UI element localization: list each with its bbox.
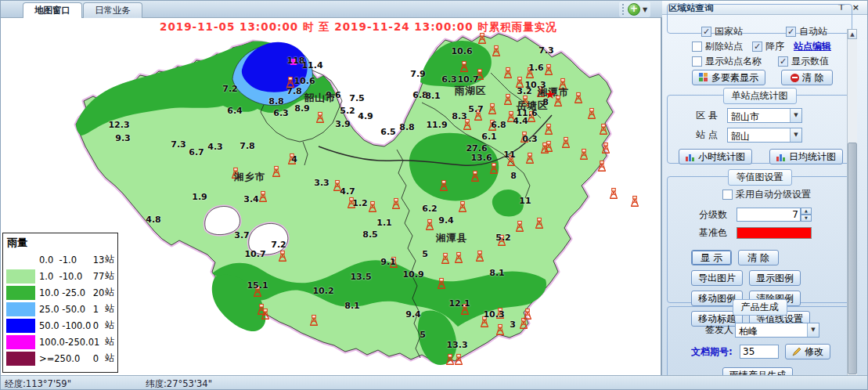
- checkbox-icon: ✓: [701, 27, 711, 37]
- contour-button-3[interactable]: 显示图例: [749, 270, 801, 286]
- legend-swatch: [6, 302, 35, 316]
- legend-unit: 站: [105, 335, 114, 348]
- legend-unit: 站: [105, 253, 114, 266]
- checkbox-label: 显示站点名称: [705, 55, 762, 68]
- issuer-dropdown[interactable]: 柏峰 ▼: [735, 323, 819, 338]
- legend-unit: 站: [105, 269, 114, 283]
- station-dropdown[interactable]: 韶山 ▼: [727, 128, 802, 143]
- county-dropdown[interactable]: 韶山市 ▼: [727, 108, 802, 123]
- checkbox-descending[interactable]: ✓降序: [752, 40, 784, 53]
- legend-swatch: [6, 286, 35, 300]
- checkbox-icon: ✓: [752, 42, 762, 52]
- legend-rows: 0.0 -1.013站1.0 -10.077站10.0 -25.020站25.0…: [6, 251, 114, 367]
- chevron-down-icon[interactable]: ▼: [807, 323, 819, 337]
- pencil-icon: [792, 347, 801, 356]
- doc-number-input[interactable]: [740, 345, 779, 359]
- legend-row: 10.0 -25.020站: [6, 284, 114, 301]
- map-title: 2019-11-05 13:00:00 时 至 2019-11-24 13:00…: [160, 20, 557, 34]
- base-color-label: 基准色: [699, 226, 737, 240]
- status-bar: 经度:113°7'59" 纬度:27°53'34": [1, 375, 868, 390]
- multi-element-display-button[interactable]: 多要素显示: [692, 70, 765, 85]
- legend-swatch: [6, 319, 35, 333]
- legend-row: 50.0 -100.00站: [6, 317, 114, 334]
- legend-unit: 站: [105, 352, 114, 365]
- legend-swatch: [6, 335, 35, 349]
- checkbox-icon: ✓: [786, 27, 796, 37]
- latitude-readout: 纬度:27°53'34": [146, 378, 212, 390]
- generate-rain-product-button[interactable]: 雨情产品生成: [722, 367, 793, 375]
- group-title: 单站点统计图: [723, 88, 797, 104]
- tab-map-window[interactable]: 地图窗口: [23, 2, 82, 18]
- tab-daily-business[interactable]: 日常业务: [83, 2, 142, 18]
- contour-button-2[interactable]: 导出图片: [691, 270, 743, 286]
- button-label: 日均统计图: [789, 150, 836, 164]
- chevron-down-icon[interactable]: ▼: [790, 109, 801, 122]
- checkbox-auto-station[interactable]: ✓自动站: [786, 25, 827, 38]
- panel-scrollbar[interactable]: ▲ ▼: [847, 29, 857, 375]
- legend-count: 0: [93, 320, 105, 331]
- checkbox-label: 采用自动分级设置: [736, 188, 811, 201]
- daily-chart-button[interactable]: 日均统计图: [769, 149, 843, 164]
- button-label: 小时统计图: [698, 150, 745, 164]
- chevron-down-icon[interactable]: ▼: [643, 6, 647, 13]
- checkbox-show-station-name[interactable]: ✓显示站点名称: [692, 55, 762, 68]
- map-area[interactable]: 2019-11-05 13:00:00 时 至 2019-11-24 13:00…: [1, 18, 662, 375]
- group-contour-settings: 等值图设置 ✓采用自动分级设置 分级数 ▲▼ 基准色 显 示清 除导出图片显示图…: [667, 176, 852, 303]
- chevron-down-icon[interactable]: ▼: [790, 128, 801, 142]
- button-label: 多要素显示: [711, 71, 758, 85]
- longitude-readout: 经度:113°7'59": [5, 378, 71, 390]
- legend-row: 25.0 -50.01站: [6, 301, 114, 317]
- checkbox-icon: ✓: [692, 42, 702, 52]
- panel-body: ✓国家站 ✓自动站 ✓剔除站点 ✓降序 站点编辑 ✓显示站点名称 ✓显示数值 多…: [662, 15, 858, 375]
- legend-swatch: [6, 253, 35, 267]
- checkbox-exclude-station[interactable]: ✓剔除站点: [692, 40, 743, 53]
- hourly-chart-button[interactable]: 小时统计图: [679, 149, 752, 164]
- legend-row: 0.0 -1.013站: [6, 251, 114, 268]
- station-edit-link[interactable]: 站点编辑: [794, 40, 831, 53]
- checkbox-label: 剔除站点: [705, 40, 743, 53]
- button-label: 雨情产品生成: [729, 369, 786, 376]
- checkbox-icon: ✓: [692, 56, 702, 67]
- legend-range: 100.0-250.0: [39, 337, 94, 348]
- level-count-label: 分级数: [699, 208, 737, 222]
- checkbox-label: 自动站: [799, 25, 827, 38]
- modify-button[interactable]: 修改: [785, 344, 830, 359]
- legend-count: 77: [93, 271, 105, 282]
- clear-icon: [791, 74, 799, 82]
- button-label: 清 除: [802, 71, 824, 85]
- county-value: 韶山市: [728, 109, 790, 122]
- scrollbar-thumb[interactable]: [848, 143, 857, 374]
- add-layer-button[interactable]: +: [628, 3, 640, 16]
- level-count-input[interactable]: [737, 208, 801, 222]
- contour-button-0[interactable]: 显 示: [691, 250, 732, 265]
- legend-range: 50.0 -100.0: [39, 320, 93, 331]
- base-color-swatch[interactable]: [737, 227, 812, 239]
- group-single-station-chart: 单站点统计图 区 县 韶山市 ▼ 站 点 韶山 ▼: [667, 95, 852, 164]
- legend-count: 13: [93, 255, 105, 265]
- checkbox-national-station[interactable]: ✓国家站: [701, 25, 743, 38]
- legend-row: 1.0 -10.077站: [6, 268, 114, 284]
- legend-swatch: [6, 269, 35, 283]
- bar-chart-icon: [686, 153, 695, 161]
- station-label: 站 点: [696, 128, 727, 142]
- spinner-down-icon: ▼: [801, 215, 812, 222]
- contour-button-1[interactable]: 清 除: [738, 250, 779, 265]
- legend-range: 0.0 -1.0: [39, 255, 93, 265]
- issuer-label: 签发人: [705, 323, 735, 337]
- legend-count: 20: [93, 287, 105, 298]
- level-count-spinner[interactable]: ▲▼: [801, 208, 812, 222]
- group-title: 等值图设置: [728, 169, 792, 186]
- toolbar-grip: [622, 4, 625, 15]
- spinner-up-icon: ▲: [801, 208, 812, 215]
- close-icon[interactable]: ×: [852, 2, 859, 13]
- group-product-generation: 产品生成 签发人 柏峰 ▼ 文档期号: 修改: [667, 306, 852, 375]
- scroll-up-icon[interactable]: ▲: [848, 29, 857, 39]
- clear-stations-button[interactable]: 清 除: [781, 70, 833, 85]
- map-toolbar: + ▼: [619, 2, 650, 17]
- button-label: 修改: [805, 345, 823, 359]
- legend-range: 10.0 -25.0: [39, 287, 93, 298]
- checkbox-show-value[interactable]: ✓显示数值: [778, 55, 829, 68]
- legend-unit: 站: [105, 319, 114, 332]
- doc-number-label: 文档期号:: [691, 345, 740, 359]
- county-label: 区 县: [696, 109, 727, 122]
